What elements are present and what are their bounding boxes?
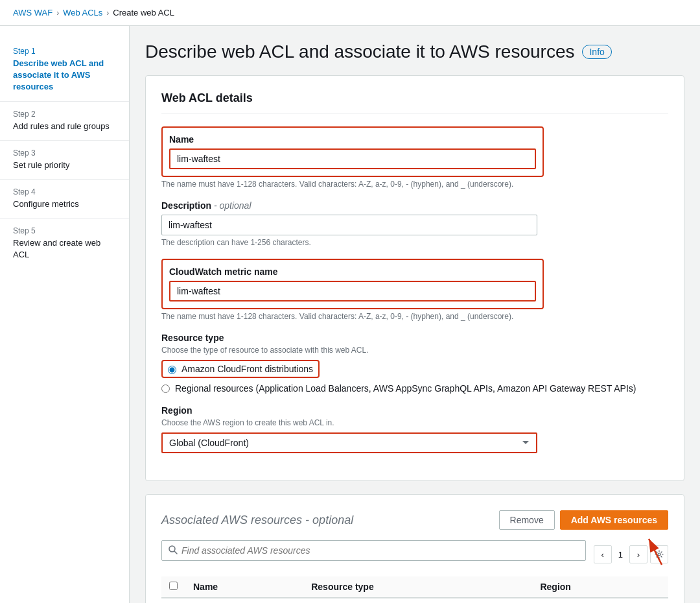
- search-bar: [161, 540, 586, 561]
- pagination-prev[interactable]: ‹: [594, 545, 612, 563]
- add-resources-button[interactable]: Add AWS resources: [560, 510, 668, 530]
- table-no-results-row: No results There are no results to displ…: [161, 598, 668, 603]
- remove-button[interactable]: Remove: [499, 510, 555, 530]
- description-hint: The description can have 1-256 character…: [161, 238, 537, 247]
- associated-resources-optional: - optional: [305, 514, 353, 526]
- info-link[interactable]: Info: [582, 45, 611, 59]
- page-title: Describe web ACL and associate it to AWS…: [145, 41, 574, 62]
- region-field-group: Region Choose the AWS region to create t…: [161, 405, 668, 453]
- resource-type-radio-group: Amazon CloudFront distributions Regional…: [161, 360, 668, 394]
- sidebar-step-5[interactable]: Step 5 Review and create web ACL: [0, 219, 129, 268]
- table-header-resource-type: Resource type: [303, 576, 532, 598]
- radio-cloudfront-item: Amazon CloudFront distributions: [161, 360, 668, 378]
- search-input[interactable]: [181, 545, 579, 556]
- cloudwatch-input[interactable]: [169, 281, 536, 302]
- radio-cloudfront[interactable]: [168, 366, 176, 374]
- radio-cloudfront-highlighted: Amazon CloudFront distributions: [161, 360, 320, 378]
- name-hint: The name must have 1-128 characters. Val…: [161, 180, 537, 189]
- web-acl-details-card: Web ACL details Name The name must have …: [145, 75, 684, 481]
- cloudwatch-field-group: CloudWatch metric name The name must hav…: [161, 259, 668, 321]
- radio-cloudfront-label: Amazon CloudFront distributions: [181, 364, 313, 374]
- description-label: Description - optional: [161, 200, 668, 211]
- region-label: Region: [161, 405, 668, 416]
- sidebar-step-3-label: Set rule priority: [13, 160, 116, 171]
- description-field-group: Description - optional The description c…: [161, 200, 668, 247]
- svg-line-3: [175, 551, 178, 554]
- sidebar-step-3[interactable]: Step 3 Set rule priority: [0, 141, 129, 180]
- resource-type-label: Resource type: [161, 333, 668, 343]
- gear-icon: [655, 550, 664, 559]
- breadcrumb: AWS WAF › Web ACLs › Create web ACL: [0, 0, 700, 26]
- sidebar-step-4[interactable]: Step 4 Configure metrics: [0, 180, 129, 219]
- cloudwatch-label: CloudWatch metric name: [169, 266, 536, 277]
- sidebar-step-1-label: Describe web ACL and associate it to AWS…: [13, 58, 116, 93]
- breadcrumb-aws-waf[interactable]: AWS WAF: [13, 8, 52, 18]
- svg-point-2: [169, 546, 175, 552]
- sidebar-step-1-number: Step 1: [13, 47, 116, 56]
- table-settings-button[interactable]: [650, 545, 668, 563]
- sidebar: Step 1 Describe web ACL and associate it…: [0, 26, 130, 603]
- associated-resources-title: Associated AWS resources - optional: [161, 514, 353, 527]
- svg-point-4: [658, 553, 660, 556]
- region-select[interactable]: Global (CloudFront): [161, 432, 537, 453]
- breadcrumb-create-web-acl: Create web ACL: [113, 8, 174, 18]
- region-sublabel: Choose the AWS region to create this web…: [161, 418, 668, 427]
- pagination-next[interactable]: ›: [629, 545, 648, 563]
- web-acl-details-title: Web ACL details: [161, 91, 668, 113]
- associated-resources-header: Associated AWS resources - optional Remo…: [161, 510, 668, 530]
- sidebar-step-5-number: Step 5: [13, 226, 116, 235]
- table-header-name: Name: [185, 576, 303, 598]
- pagination-page: 1: [614, 550, 627, 560]
- breadcrumb-separator-2: ›: [106, 8, 109, 18]
- breadcrumb-web-acls[interactable]: Web ACLs: [63, 8, 102, 18]
- cloudwatch-hint: The name must have 1-128 characters. Val…: [161, 312, 537, 321]
- associated-resources-actions: Remove Add AWS resources: [499, 510, 668, 530]
- sidebar-step-2[interactable]: Step 2 Add rules and rule groups: [0, 102, 129, 141]
- table-no-results-cell: No results There are no results to displ…: [161, 598, 668, 603]
- pagination-controls: ‹ 1 ›: [594, 545, 668, 563]
- resource-type-group: Resource type Choose the type of resourc…: [161, 333, 668, 394]
- name-label: Name: [169, 134, 536, 145]
- sidebar-step-5-label: Review and create web ACL: [13, 237, 116, 261]
- radio-regional-label: Regional resources (Application Load Bal…: [175, 383, 636, 394]
- table-header-region: Region: [532, 576, 668, 598]
- associated-resources-card: Associated AWS resources - optional Remo…: [145, 494, 684, 603]
- radio-regional-item: Regional resources (Application Load Bal…: [161, 383, 668, 394]
- sidebar-step-4-label: Configure metrics: [13, 198, 116, 210]
- resources-table: Name Resource type Region No results The…: [161, 576, 668, 603]
- search-icon: [169, 545, 178, 556]
- main-content: Describe web ACL and associate it to AWS…: [130, 26, 700, 603]
- breadcrumb-separator-1: ›: [56, 8, 59, 18]
- resource-type-sublabel: Choose the type of resource to associate…: [161, 346, 668, 355]
- radio-regional[interactable]: [161, 384, 170, 393]
- sidebar-step-3-number: Step 3: [13, 148, 116, 158]
- table-select-all[interactable]: [169, 582, 178, 590]
- table-body: No results There are no results to displ…: [161, 598, 668, 603]
- description-input[interactable]: [161, 215, 537, 235]
- description-optional: - optional: [214, 200, 251, 211]
- add-resources-arrow-container: Add AWS resources: [560, 510, 668, 530]
- search-pagination-row: ‹ 1 ›: [161, 540, 668, 569]
- sidebar-step-2-number: Step 2: [13, 110, 116, 119]
- page-title-row: Describe web ACL and associate it to AWS…: [145, 41, 684, 62]
- sidebar-step-2-label: Add rules and rule groups: [13, 121, 116, 132]
- table-header-row: Name Resource type Region: [161, 576, 668, 598]
- name-field-group: Name The name must have 1-128 characters…: [161, 126, 668, 189]
- table-header-checkbox: [161, 576, 185, 598]
- sidebar-step-1[interactable]: Step 1 Describe web ACL and associate it…: [0, 39, 129, 102]
- sidebar-step-4-number: Step 4: [13, 187, 116, 196]
- name-input[interactable]: [169, 148, 536, 169]
